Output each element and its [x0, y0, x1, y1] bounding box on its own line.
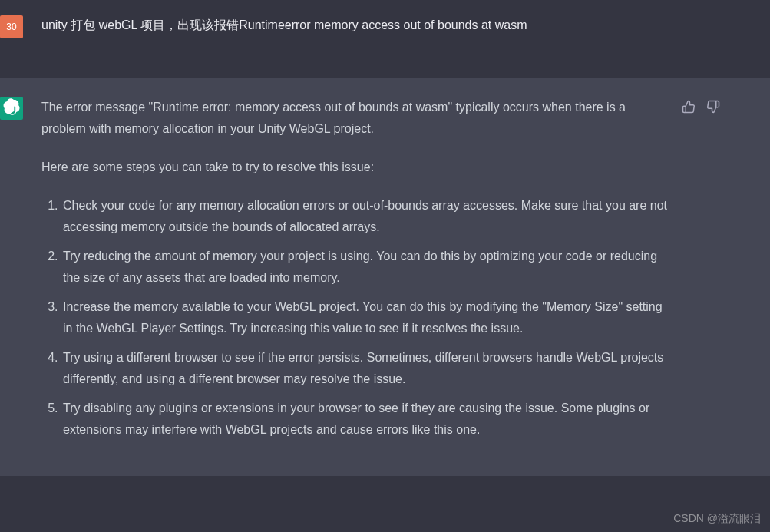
- watermark-text: CSDN @溢流眼泪: [673, 512, 761, 526]
- user-avatar-label: 30: [6, 21, 16, 32]
- user-message-row: 30 unity 打包 webGL 项目，出现该报错Runtimeerror m…: [0, 0, 770, 57]
- user-avatar: 30: [0, 15, 23, 38]
- list-item: Increase the memory available to your We…: [61, 296, 671, 339]
- thumbs-down-icon: [706, 100, 720, 117]
- thumbs-down-button[interactable]: [705, 100, 722, 117]
- assistant-content: The error message "Runtime error: memory…: [41, 97, 724, 448]
- assistant-paragraph: The error message "Runtime error: memory…: [41, 97, 671, 140]
- thumbs-up-icon: [682, 100, 696, 117]
- thumbs-up-button[interactable]: [680, 100, 697, 117]
- list-item: Check your code for any memory allocatio…: [61, 195, 671, 238]
- list-item: Try reducing the amount of memory your p…: [61, 246, 671, 289]
- assistant-avatar: [0, 97, 23, 120]
- openai-logo-icon: [3, 98, 20, 118]
- feedback-buttons: [680, 100, 722, 117]
- assistant-message-text: The error message "Runtime error: memory…: [41, 97, 671, 448]
- list-item: Try disabling any plugins or extensions …: [61, 398, 671, 441]
- assistant-paragraph: Here are some steps you can take to try …: [41, 157, 671, 178]
- assistant-message-row: The error message "Runtime error: memory…: [0, 78, 770, 476]
- list-item: Try using a different browser to see if …: [61, 347, 671, 390]
- assistant-steps-list: Check your code for any memory allocatio…: [41, 195, 671, 441]
- user-message-text: unity 打包 webGL 项目，出现该报错Runtimeerror memo…: [41, 15, 724, 35]
